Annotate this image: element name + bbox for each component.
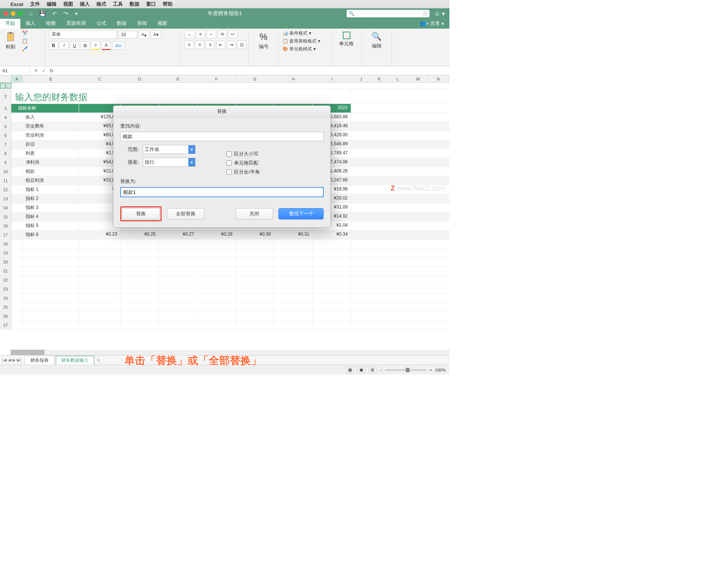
normal-view-icon[interactable]: ▦ bbox=[346, 367, 354, 373]
cell[interactable] bbox=[197, 294, 236, 302]
increase-indent-button[interactable]: ⇥ bbox=[227, 41, 236, 49]
cell[interactable] bbox=[23, 321, 79, 329]
cell[interactable] bbox=[274, 294, 313, 302]
cell[interactable] bbox=[197, 285, 236, 293]
cell[interactable] bbox=[274, 276, 313, 284]
cell[interactable]: 指标 2 bbox=[23, 194, 79, 203]
cell[interactable] bbox=[23, 285, 79, 293]
cell[interactable] bbox=[313, 267, 351, 275]
cell[interactable]: 收入 bbox=[23, 113, 79, 122]
cell[interactable] bbox=[11, 257, 23, 266]
close-button[interactable]: 关闭 bbox=[235, 208, 273, 219]
cells-button[interactable]: 单元格 bbox=[335, 30, 358, 49]
row-header[interactable]: 13 bbox=[0, 194, 11, 203]
cell[interactable] bbox=[313, 248, 351, 257]
cell[interactable] bbox=[11, 285, 23, 293]
sheet-tab-1[interactable]: 财务报表 bbox=[25, 356, 54, 365]
cell[interactable] bbox=[23, 257, 79, 266]
cell[interactable] bbox=[197, 257, 236, 266]
cell[interactable] bbox=[23, 294, 79, 302]
search-input[interactable]: 🔍 ⓧ bbox=[347, 10, 429, 17]
cell[interactable] bbox=[11, 276, 23, 284]
menu-data[interactable]: 数据 bbox=[130, 1, 139, 8]
cell[interactable] bbox=[11, 158, 23, 167]
cell[interactable] bbox=[159, 312, 197, 320]
column-header-J[interactable]: J bbox=[351, 75, 371, 82]
align-bottom-button[interactable]: ⫟ bbox=[206, 30, 216, 38]
cell[interactable] bbox=[236, 321, 274, 329]
column-header-K[interactable]: K bbox=[371, 75, 388, 82]
increase-font-button[interactable]: A▴ bbox=[139, 30, 149, 39]
cell[interactable] bbox=[159, 285, 197, 293]
column-header-N[interactable]: N bbox=[428, 75, 449, 82]
cell[interactable] bbox=[236, 294, 274, 302]
search-select[interactable]: 按行▼ bbox=[143, 158, 196, 167]
cell[interactable] bbox=[11, 176, 23, 185]
redo-icon[interactable]: ↷ bbox=[64, 11, 68, 17]
row-header[interactable]: 21 bbox=[0, 267, 11, 275]
add-sheet-icon[interactable]: + bbox=[97, 357, 100, 363]
column-header-D[interactable]: D bbox=[121, 75, 159, 82]
column-header-B[interactable]: B bbox=[23, 75, 79, 82]
cell[interactable] bbox=[23, 312, 79, 320]
number-format-button[interactable]: % 编号 bbox=[252, 30, 275, 52]
cell[interactable]: 指标 1 bbox=[23, 185, 79, 194]
cell[interactable] bbox=[11, 230, 23, 239]
cell[interactable] bbox=[159, 276, 197, 284]
cell[interactable] bbox=[79, 312, 121, 320]
cell[interactable] bbox=[23, 303, 79, 311]
copy-icon[interactable]: 📋 bbox=[22, 38, 28, 44]
cell[interactable] bbox=[79, 294, 121, 302]
merge-button[interactable]: ⊡ bbox=[237, 41, 246, 49]
cell[interactable] bbox=[79, 248, 121, 257]
cell[interactable] bbox=[236, 248, 274, 257]
cell[interactable] bbox=[79, 257, 121, 266]
cell[interactable] bbox=[121, 294, 159, 302]
cell[interactable] bbox=[274, 239, 313, 248]
cell[interactable] bbox=[121, 267, 159, 275]
cell[interactable] bbox=[11, 203, 23, 212]
align-middle-button[interactable]: ≡ bbox=[196, 30, 205, 38]
row-header[interactable]: 18 bbox=[0, 239, 11, 248]
cell[interactable] bbox=[11, 221, 23, 230]
tab-insert[interactable]: 插入 bbox=[20, 18, 41, 29]
cell[interactable] bbox=[121, 303, 159, 311]
cell[interactable] bbox=[11, 140, 23, 149]
cell[interactable] bbox=[236, 303, 274, 311]
cell[interactable]: 指标 5 bbox=[23, 221, 79, 230]
minimize-icon[interactable] bbox=[11, 11, 15, 16]
cell[interactable]: 税后利润 bbox=[23, 176, 79, 185]
cell[interactable] bbox=[159, 239, 197, 248]
cell[interactable]: ¥0.27 bbox=[159, 230, 197, 239]
scope-select[interactable]: 工作表▼ bbox=[143, 145, 196, 154]
undo-icon[interactable]: ↶ bbox=[52, 11, 57, 17]
cell[interactable] bbox=[236, 257, 274, 266]
sheet-last-icon[interactable]: ▶| bbox=[17, 358, 21, 363]
row-header[interactable]: 12 bbox=[0, 185, 11, 194]
row-header[interactable]: 16 bbox=[0, 221, 11, 230]
cell[interactable] bbox=[121, 285, 159, 293]
cell[interactable] bbox=[11, 312, 23, 320]
fill-color-button[interactable]: ◊ bbox=[91, 41, 100, 50]
cell[interactable] bbox=[11, 321, 23, 329]
menu-edit[interactable]: 编辑 bbox=[47, 1, 57, 8]
row-header[interactable]: 26 bbox=[0, 312, 11, 320]
decrease-indent-button[interactable]: ⇤ bbox=[216, 41, 225, 49]
account-icon[interactable]: ☺ ▾ bbox=[434, 10, 445, 17]
cancel-icon[interactable]: ✕ bbox=[34, 68, 38, 73]
cell[interactable] bbox=[274, 267, 313, 275]
cell[interactable] bbox=[79, 285, 121, 293]
cell[interactable] bbox=[79, 267, 121, 275]
cell[interactable]: 折旧 bbox=[23, 140, 79, 149]
enter-icon[interactable]: ✓ bbox=[42, 68, 46, 73]
cell[interactable] bbox=[313, 276, 351, 284]
italic-button[interactable]: I bbox=[60, 41, 69, 50]
cell[interactable] bbox=[197, 267, 236, 275]
cell[interactable] bbox=[79, 303, 121, 311]
cell[interactable] bbox=[11, 167, 23, 176]
table-format-button[interactable]: 📋 套用表格格式 ▾ bbox=[283, 38, 327, 44]
cell[interactable]: ¥0.23 bbox=[79, 230, 121, 239]
select-all-corner[interactable] bbox=[0, 75, 11, 82]
cell[interactable] bbox=[236, 239, 274, 248]
page-break-view-icon[interactable]: ⊞ bbox=[368, 367, 377, 373]
